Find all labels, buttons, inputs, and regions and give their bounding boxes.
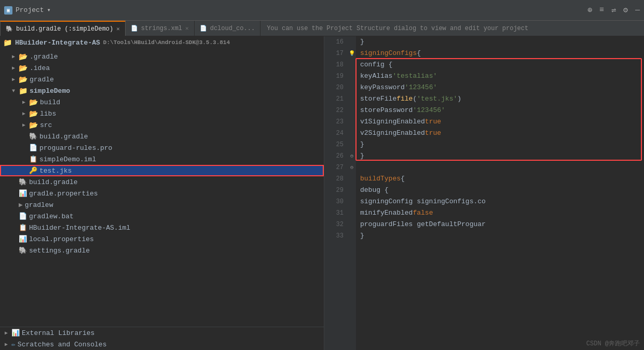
gutter-21	[348, 93, 356, 105]
folder-simpledemo-icon: 📁	[19, 87, 28, 95]
arrow-icon: ▶	[10, 76, 17, 82]
gutter-30	[348, 196, 356, 207]
tab-label-strings-xml: strings.xml	[141, 25, 182, 32]
gutter-33	[348, 230, 356, 242]
sidebar-label-test-jks: test.jks	[39, 167, 72, 175]
line-num-33: 33	[324, 230, 344, 242]
sidebar-item-gradlew-bat[interactable]: 📄 gradlew.bat	[0, 211, 324, 222]
code-line-23: v1SigningEnabled true	[360, 116, 644, 128]
settings-gradle-icon: 🐘	[19, 246, 27, 255]
tab-strings-xml[interactable]: 📄 strings.xml ✕	[126, 21, 195, 36]
arrow-icon: ▶	[21, 99, 27, 105]
line-num-31: 31	[324, 207, 344, 219]
iml-icon: 📋	[29, 155, 37, 163]
globe-icon[interactable]: ⊕	[587, 5, 592, 15]
code-line-29: debug {	[360, 185, 644, 196]
gutter: 💡 ⊖ ⊖	[348, 36, 356, 350]
main-content: 📁 HBuilder-Integrate-AS D:\Tools\HBuild\…	[0, 36, 644, 350]
sidebar-item-src[interactable]: ▶ 📂 src	[0, 119, 324, 131]
gutter-18	[348, 59, 356, 71]
gutter-29	[348, 185, 356, 196]
sidebar-item-local-props[interactable]: 📊 local.properties	[0, 233, 324, 245]
sidebar-label-local-props: local.properties	[29, 235, 94, 243]
line-num-19: 19	[324, 71, 344, 82]
tab-close-build-gradle[interactable]: ✕	[116, 25, 120, 32]
arrow-expanded-icon: ▼	[10, 88, 17, 94]
code-line-17: signingConfigs {	[360, 48, 644, 59]
sidebar-label-external-libs: External Libraries	[22, 329, 94, 337]
line-num-25: 25	[324, 139, 344, 150]
folder-build-icon: 📂	[29, 98, 38, 107]
line-num-16: 16	[324, 36, 344, 48]
sidebar-item-scratches[interactable]: ▶ ✏ Scratches and Consoles	[0, 339, 324, 350]
sidebar-item-build-gradle-child[interactable]: 🐘 build.gradle	[0, 131, 324, 142]
tab-label-dcloud: dcloud_co...	[210, 25, 255, 32]
line-num-26: 26	[324, 150, 344, 162]
line-num-32: 32	[324, 219, 344, 230]
sidebar-label-simpledemo: simpleDemo	[30, 87, 70, 95]
sidebar-item-build-gradle-root[interactable]: 🐘 build.gradle	[0, 176, 324, 188]
tab-build-gradle[interactable]: 🐘 build.gradle (:simpleDemo) ✕	[0, 21, 126, 36]
settings-icon[interactable]: ⚙	[623, 5, 628, 15]
code-line-22: storePassword '123456'	[360, 105, 644, 116]
code-line-16: }	[360, 36, 644, 48]
sidebar-tree: ▶ 📂 .gradle ▶ 📂 .idea ▶ 📂 gradle ▼ 📁 sim…	[0, 49, 324, 327]
gutter-20	[348, 82, 356, 93]
minimize-icon[interactable]: —	[635, 6, 640, 15]
tab-dcloud[interactable]: 📄 dcloud_co...	[195, 21, 261, 36]
gutter-26: ⊖	[348, 150, 356, 162]
sidebar-label-proguard: proguard-rules.pro	[39, 144, 112, 152]
title-text: Project	[16, 6, 44, 14]
sidebar-item-external-libs[interactable]: ▶ 📊 External Libraries	[0, 327, 324, 339]
gutter-22	[348, 105, 356, 116]
editor-area: 16 17 18 19 20 21 22 23 24 25 26 27 28 2…	[324, 36, 644, 350]
arrow-external-libs: ▶	[3, 330, 9, 336]
sidebar-item-gradle-props[interactable]: 📊 gradle.properties	[0, 188, 324, 199]
sidebar-item-idea[interactable]: ▶ 📂 .idea	[0, 62, 324, 74]
gradle-root-icon: 🐘	[19, 178, 27, 186]
arrow-icon: ▶	[10, 65, 17, 71]
sidebar-item-proguard[interactable]: 📄 proguard-rules.pro	[0, 142, 324, 153]
line-num-29: 29	[324, 185, 344, 196]
code-line-33: }	[360, 230, 644, 242]
bulb-icon[interactable]: 💡	[349, 50, 355, 57]
fold-icon-26[interactable]: ⊖	[350, 153, 353, 159]
project-dropdown[interactable]: ▾	[47, 6, 51, 14]
folder-gradle-icon: 📂	[19, 52, 28, 61]
sidebar-item-settings-gradle[interactable]: 🐘 settings.gradle	[0, 245, 324, 256]
gutter-25	[348, 139, 356, 150]
sidebar-item-gradle-hidden[interactable]: ▶ 📂 .gradle	[0, 51, 324, 62]
sidebar-item-test-jks[interactable]: 🔑 test.jks	[0, 165, 324, 176]
gradle-file-icon: 🐘	[29, 132, 37, 141]
gutter-23	[348, 116, 356, 128]
folder-gradle-dir-icon: 📂	[19, 75, 28, 84]
sidebar-label-libs: libs	[40, 110, 56, 118]
code-line-25: }	[360, 139, 644, 150]
project-header: 📁 HBuilder-Integrate-AS D:\Tools\HBuild\…	[0, 36, 324, 49]
tab-close-strings-xml[interactable]: ✕	[185, 25, 189, 32]
line-num-28: 28	[324, 173, 344, 185]
sidebar-item-gradle-dir[interactable]: ▶ 📂 gradle	[0, 74, 324, 85]
list-icon[interactable]: ≡	[599, 6, 604, 15]
proguard-file-icon: 📄	[29, 144, 37, 152]
sidebar-item-simpledemo[interactable]: ▼ 📁 simpleDemo	[0, 85, 324, 96]
fold-icon-27[interactable]: ⊖	[350, 164, 353, 171]
external-libs-icon: 📊	[11, 329, 20, 337]
sidebar-item-simpledemo-iml[interactable]: 📋 simpleDemo.iml	[0, 153, 324, 165]
sidebar-label-src: src	[40, 121, 52, 129]
line-numbers: 16 17 18 19 20 21 22 23 24 25 26 27 28 2…	[324, 36, 348, 350]
line-num-30: 30	[324, 196, 344, 207]
arrow-icon: ▶	[10, 53, 17, 60]
sidebar-item-gradlew[interactable]: ▶ gradlew	[0, 199, 324, 211]
code-area[interactable]: } signingConfigs { config { keyAlias 'te…	[356, 36, 644, 350]
xml-tab-icon: 📄	[131, 25, 138, 32]
arrow-scratches: ▶	[3, 341, 9, 347]
sync-icon[interactable]: ⇌	[611, 5, 616, 15]
editor-content[interactable]: 16 17 18 19 20 21 22 23 24 25 26 27 28 2…	[324, 36, 644, 350]
sidebar-item-hbuilder-iml[interactable]: 📋 HBuilder-Integrate-AS.iml	[0, 222, 324, 233]
sidebar-item-libs[interactable]: ▶ 📂 libs	[0, 108, 324, 119]
sidebar-label-build-gradle-root: build.gradle	[29, 178, 78, 186]
sidebar-label-gradle-props: gradle.properties	[29, 190, 98, 198]
bat-icon: 📄	[19, 212, 27, 220]
sidebar-item-build[interactable]: ▶ 📂 build	[0, 96, 324, 108]
